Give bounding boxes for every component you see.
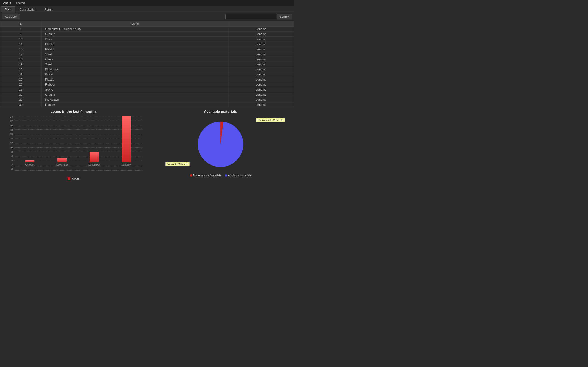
table-row[interactable]: 28 Granite Lending: [0, 92, 294, 97]
table-container: ID Name 1 Computer HP Serial 77845 Lendi…: [0, 21, 294, 107]
tab-return[interactable]: Return: [40, 7, 57, 12]
pie-container: Not Available Materials Available Materi…: [152, 116, 289, 173]
bar: [25, 160, 35, 162]
y-axis-label: 12: [10, 142, 13, 144]
cell-status: Lending: [228, 42, 294, 47]
cell-id: 1: [0, 27, 42, 32]
pie-legend-available: Available Materials: [225, 174, 251, 177]
y-axis-label: 22: [10, 120, 13, 123]
bar: [122, 116, 131, 162]
cell-id: 29: [0, 97, 42, 102]
cell-id: 10: [0, 37, 42, 42]
bar-label: November: [56, 163, 68, 166]
table-row[interactable]: 11 Plastic Lending: [0, 42, 294, 47]
tab-main[interactable]: Main: [1, 6, 15, 12]
pie-legend-not-available-label: Not Available Materials: [193, 174, 221, 177]
cell-status: Lending: [228, 32, 294, 37]
bar: [90, 152, 99, 162]
cell-status: Lending: [228, 92, 294, 97]
table-row[interactable]: 17 Steel Lending: [0, 52, 294, 57]
cell-name: Wood: [42, 72, 228, 77]
tab-consultation[interactable]: Consultation: [16, 7, 40, 12]
available-chart: Available materials Not Available Materi…: [147, 107, 294, 192]
cell-name: Plastic: [42, 47, 228, 52]
cell-name: Stone: [42, 87, 228, 92]
cell-status: Lending: [228, 72, 294, 77]
cell-name: Steel: [42, 62, 228, 67]
pie-dot-available: [225, 174, 227, 177]
table-row[interactable]: 19 Steel Lending: [0, 62, 294, 67]
toolbar: Add user Search: [0, 12, 294, 21]
table-row[interactable]: 26 Rubber Lending: [0, 82, 294, 87]
table-row[interactable]: 22 Plexiglass Lending: [0, 67, 294, 72]
table-row[interactable]: 18 Glass Lending: [0, 57, 294, 62]
search-button[interactable]: Search: [277, 14, 292, 19]
search-input[interactable]: [225, 14, 276, 19]
bars-container: October November December January: [14, 116, 142, 175]
table-row[interactable]: 10 Stone Lending: [0, 37, 294, 42]
cell-status: Lending: [228, 102, 294, 107]
col-header-name: Name: [42, 21, 228, 27]
pie-legend-available-label: Available Materials: [228, 174, 251, 177]
bar-chart-inner: October November December January: [14, 116, 142, 175]
add-user-button[interactable]: Add user: [2, 14, 20, 19]
tooltip-available: Available Materials: [165, 162, 190, 166]
table-row[interactable]: 7 Granite Lending: [0, 32, 294, 37]
cell-id: 23: [0, 72, 42, 77]
table-row[interactable]: 25 Plastic Lending: [0, 77, 294, 82]
cell-id: 26: [0, 82, 42, 87]
cell-name: Steel: [42, 52, 228, 57]
loans-chart: Loans in the last 4 months 0246810121416…: [0, 107, 147, 192]
cell-id: 19: [0, 62, 42, 67]
cell-status: Lending: [228, 37, 294, 42]
y-axis-label: 24: [10, 116, 13, 118]
cell-id: 22: [0, 67, 42, 72]
cell-status: Lending: [228, 77, 294, 82]
cell-id: 11: [0, 42, 42, 47]
tab-bar: Main Consultation Return: [0, 6, 294, 12]
cell-status: Lending: [228, 67, 294, 72]
pie-dot-not-available: [190, 174, 192, 177]
menu-theme[interactable]: Theme: [13, 0, 27, 6]
cell-status: Lending: [228, 47, 294, 52]
pie-chart-svg: [195, 119, 246, 169]
search-area: Search: [225, 14, 292, 19]
cell-status: Lending: [228, 97, 294, 102]
cell-status: Lending: [228, 57, 294, 62]
loans-chart-title: Loans in the last 4 months: [5, 110, 142, 114]
tooltip-not-available: Not Available Materials: [256, 118, 285, 122]
cell-name: Rubber: [42, 102, 228, 107]
available-chart-title: Available materials: [152, 110, 289, 114]
table-row[interactable]: 15 Plastic Lending: [0, 47, 294, 52]
count-legend-label: Count: [72, 177, 79, 180]
data-table: ID Name 1 Computer HP Serial 77845 Lendi…: [0, 21, 294, 107]
y-axis-label: 4: [11, 159, 13, 162]
bar-group: October: [14, 116, 46, 171]
cell-name: Computer HP Serial 77845: [42, 27, 228, 32]
cell-id: 28: [0, 92, 42, 97]
y-axis-label: 10: [10, 146, 13, 149]
y-axis-label: 14: [10, 137, 13, 140]
y-axis-label: 20: [10, 124, 13, 127]
cell-status: Lending: [228, 82, 294, 87]
menu-about[interactable]: About: [1, 0, 13, 6]
table-row[interactable]: 23 Wood Lending: [0, 72, 294, 77]
table-row[interactable]: 30 Rubber Lending: [0, 102, 294, 107]
y-axis: 024681012141618202224: [5, 116, 14, 171]
bar-group: December: [78, 116, 110, 171]
cell-id: 15: [0, 47, 42, 52]
col-header-id: ID: [0, 21, 42, 27]
bar-group: January: [110, 116, 142, 171]
cell-status: Lending: [228, 62, 294, 67]
y-axis-label: 16: [10, 133, 13, 135]
y-axis-label: 0: [11, 168, 13, 171]
cell-name: Granite: [42, 92, 228, 97]
cell-name: Plastic: [42, 42, 228, 47]
col-header-status: [228, 21, 294, 27]
cell-id: 7: [0, 32, 42, 37]
table-row[interactable]: 27 Stone Lending: [0, 87, 294, 92]
cell-name: Granite: [42, 32, 228, 37]
table-row[interactable]: 1 Computer HP Serial 77845 Lending: [0, 27, 294, 32]
bar-chart-legend: Count: [5, 177, 142, 180]
table-row[interactable]: 29 Plexiglass Lending: [0, 97, 294, 102]
